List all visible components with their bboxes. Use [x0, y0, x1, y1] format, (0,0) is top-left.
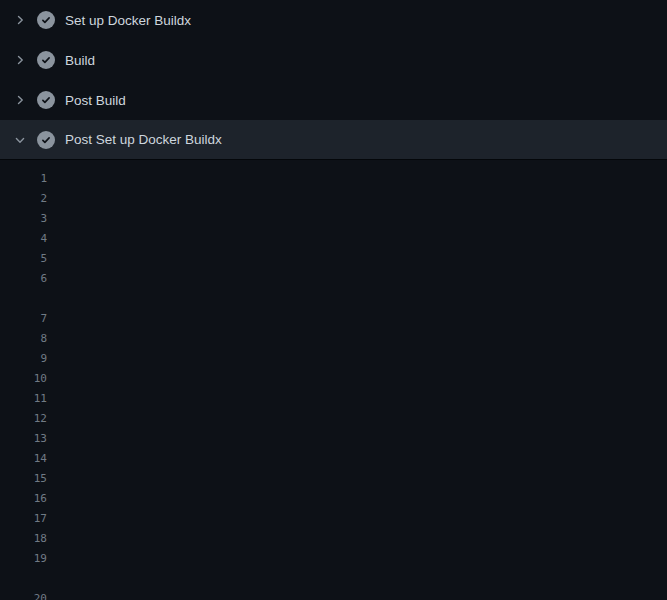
log-line: 17 time="2021-04-23T18:02:38Z" level=deb…	[0, 509, 667, 529]
log-line: 12 time="2021-04-23T18:02:38Z" level=deb…	[0, 409, 667, 429]
log-line-number[interactable]: 7	[0, 309, 47, 329]
log-line-number[interactable]: 1	[0, 169, 47, 189]
check-circle-icon	[37, 131, 55, 149]
log-line: 9 time="2021-04-23T18:02:37Z" level=warn…	[0, 349, 667, 369]
log-line-number[interactable]: 9	[0, 349, 47, 369]
log-line: 15 time="2021-04-23T18:02:38Z" level=deb…	[0, 469, 667, 489]
step-label: Set up Docker Buildx	[65, 13, 191, 28]
step-label: Build	[65, 53, 95, 68]
log-line-number[interactable]: 17	[0, 509, 47, 529]
log-line: 18 time="2021-04-23T18:02:38Z" level=deb…	[0, 529, 667, 549]
chevron-right-icon[interactable]	[12, 12, 28, 28]
log-line: 4 time="2021-04-23T18:02:37Z" level=info…	[0, 229, 667, 249]
log-line: 10 time="2021-04-23T18:02:37Z" level=inf…	[0, 369, 667, 389]
log-line: 19 time="2021-04-23T18:02:38Z" level=deb…	[0, 549, 667, 569]
check-circle-icon	[37, 51, 55, 69]
check-circle-icon	[37, 91, 55, 109]
step-header-build[interactable]: Build	[0, 40, 667, 80]
actions-log-viewer: Set up Docker Buildx Build Post Build	[0, 0, 667, 600]
log-line: 5 time="2021-04-23T18:02:37Z" level=warn…	[0, 249, 667, 269]
log-line-continuation: application/vnd.oci.image.index.v1+json,…	[0, 569, 667, 589]
log-line-number[interactable]: 2	[0, 189, 47, 209]
chevron-down-icon[interactable]	[12, 132, 28, 148]
log-group-line: 2 ▼ BuildKit container logs	[0, 189, 667, 209]
chevron-right-icon[interactable]	[12, 92, 28, 108]
log-line: 16 time="2021-04-23T18:02:38Z" level=deb…	[0, 489, 667, 509]
step-header-post-set-up-docker-buildx[interactable]: Post Set up Docker Buildx	[0, 120, 667, 160]
log-line: 1 Post job cleanup.	[0, 169, 667, 189]
log-line-continuation: linux/riscv64 linux/ppc64le linux/s390x …	[0, 289, 667, 309]
log-line-number[interactable]: 11	[0, 389, 47, 409]
log-line: 6 time="2021-04-23T18:02:37Z" level=info…	[0, 269, 667, 289]
step-label: Post Set up Docker Buildx	[65, 132, 222, 147]
log-line-number[interactable]: 13	[0, 429, 47, 449]
log-line-number[interactable]: 20	[0, 589, 47, 600]
step-header-post-build[interactable]: Post Build	[0, 80, 667, 120]
log-line: 20 time="2021-04-23T18:02:38Z" level=deb…	[0, 589, 667, 600]
log-area: 1 Post job cleanup. 2 ▼ BuildKit contain…	[0, 160, 667, 600]
log-line-number[interactable]: 8	[0, 329, 47, 349]
log-line: 13 time="2021-04-23T18:02:38Z" level=deb…	[0, 429, 667, 449]
log-line-number[interactable]: 5	[0, 249, 47, 269]
steps-list: Set up Docker Buildx Build Post Build	[0, 0, 667, 160]
check-circle-icon	[37, 11, 55, 29]
log-line-number[interactable]: 12	[0, 409, 47, 429]
log-line: 8 time="2021-04-23T18:02:37Z" level=info…	[0, 329, 667, 349]
log-line-number[interactable]: 18	[0, 529, 47, 549]
log-line-number[interactable]: 10	[0, 369, 47, 389]
log-line-number[interactable]: 14	[0, 449, 47, 469]
log-line-number[interactable]: 16	[0, 489, 47, 509]
log-line: 11 time="2021-04-23T18:02:38Z" level=deb…	[0, 389, 667, 409]
log-line: 7 time="2021-04-23T18:02:37Z" level=warn…	[0, 309, 667, 329]
log-line-number[interactable]: 15	[0, 469, 47, 489]
step-label: Post Build	[65, 93, 126, 108]
log-line-number[interactable]: 3	[0, 209, 47, 229]
log-line-number[interactable]: 4	[0, 229, 47, 249]
log-line: 14 time="2021-04-23T18:02:38Z" level=deb…	[0, 449, 667, 469]
log-line-number[interactable]: 6	[0, 269, 47, 289]
log-line-number[interactable]: 19	[0, 549, 47, 569]
chevron-right-icon[interactable]	[12, 52, 28, 68]
log-command-line: 3 /usr/bin/docker logs buildx_buildkit_b…	[0, 209, 667, 229]
step-header-set-up-docker-buildx[interactable]: Set up Docker Buildx	[0, 0, 667, 40]
